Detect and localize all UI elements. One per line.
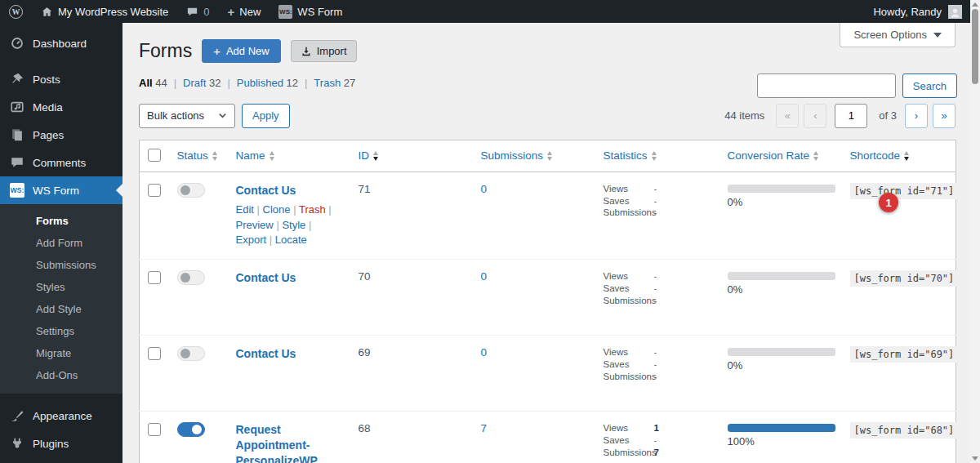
comments-icon — [10, 155, 24, 170]
submissions-count-link[interactable]: 0 — [481, 270, 488, 283]
scrollbar-thumb[interactable] — [972, 9, 978, 84]
filter-published[interactable]: Published 12 — [237, 77, 298, 89]
conversion-rate-bar — [728, 348, 835, 356]
submissions-count-link[interactable]: 7 — [481, 422, 488, 434]
row-checkbox[interactable] — [148, 271, 161, 284]
sidebar-item-posts[interactable]: Posts — [0, 65, 122, 93]
status-toggle[interactable] — [177, 346, 205, 361]
sort-icon — [373, 151, 378, 161]
annotation-badge-1: 1 — [879, 193, 898, 212]
status-toggle[interactable] — [177, 422, 205, 437]
conversion-rate-value: 0% — [728, 359, 834, 372]
site-name-label: My WordPress Website — [58, 6, 168, 18]
prev-page-button[interactable]: ‹ — [804, 104, 826, 128]
scroll-up-arrow-icon[interactable] — [972, 2, 978, 7]
comments-shortcut[interactable]: 0 — [177, 0, 218, 23]
next-page-button[interactable]: › — [905, 104, 928, 128]
form-name-link[interactable]: Contact Us — [236, 183, 296, 198]
forms-table: Status Name ID Submissions Statistics Co… — [139, 140, 956, 463]
submenu-item-add-style[interactable]: Add Style — [0, 298, 122, 320]
account-menu[interactable]: Howdy, Randy — [873, 0, 980, 23]
filter-draft[interactable]: Draft 32 — [183, 77, 220, 89]
sidebar-item-pages[interactable]: Pages — [0, 121, 122, 149]
sidebar-item-appearance[interactable]: Appearance — [0, 402, 122, 430]
sidebar-item-comments[interactable]: Comments — [0, 149, 122, 176]
ws-form-adminbar-menu[interactable]: WS: WS Form — [270, 0, 351, 23]
column-header-submissions[interactable]: Submissions — [473, 140, 595, 171]
scrollbar[interactable] — [970, 0, 980, 463]
sidebar-item-users[interactable]: Users — [0, 457, 122, 463]
row-checkbox[interactable] — [148, 184, 161, 197]
export-action[interactable]: Export — [236, 234, 267, 246]
submenu-item-migrate[interactable]: Migrate — [0, 342, 122, 364]
screen-options-tab[interactable]: Screen Options — [840, 23, 956, 47]
select-all-checkbox[interactable] — [148, 149, 161, 162]
bulk-actions-select[interactable]: Bulk actions — [139, 104, 235, 128]
avatar — [948, 5, 962, 19]
apply-button[interactable]: Apply — [242, 104, 290, 128]
column-header-conversion-rate[interactable]: Conversion Rate — [719, 140, 842, 171]
trash-action[interactable]: Trash — [299, 203, 326, 216]
sidebar-item-label: Dashboard — [33, 38, 87, 50]
items-count: 44 items — [724, 109, 764, 122]
style-action[interactable]: Style — [282, 219, 305, 231]
column-header-status[interactable]: Status — [169, 140, 228, 171]
last-page-button[interactable]: » — [933, 104, 956, 128]
import-button[interactable]: Import — [291, 40, 357, 62]
sidebar-item-label: Posts — [33, 73, 60, 86]
ws-form-icon: WS: — [278, 5, 292, 19]
edit-action[interactable]: Edit — [236, 203, 254, 216]
comment-bubble-icon — [186, 6, 198, 18]
preview-action[interactable]: Preview — [236, 219, 274, 231]
site-name-link[interactable]: My WordPress Website — [32, 0, 177, 23]
column-header-name[interactable]: Name — [228, 140, 350, 171]
filter-all[interactable]: All 44 — [139, 77, 167, 89]
status-toggle[interactable] — [177, 183, 205, 198]
submissions-count-link[interactable]: 0 — [481, 183, 488, 195]
plus-icon: + — [228, 6, 235, 18]
statistics: Views- Saves- Submissions- — [604, 270, 711, 306]
submenu-item-add-form[interactable]: Add Form — [0, 232, 122, 254]
add-new-button[interactable]: + Add New — [202, 39, 281, 63]
wordpress-logo-menu[interactable]: W — [0, 0, 32, 23]
form-name-link[interactable]: Request Appointment-PersonalizeWP — [236, 422, 342, 463]
column-header-shortcode[interactable]: Shortcode — [842, 140, 956, 171]
locate-action[interactable]: Locate — [275, 234, 307, 246]
form-name-link[interactable]: Contact Us — [236, 346, 296, 362]
new-label: New — [239, 6, 261, 18]
sidebar-item-plugins[interactable]: Plugins — [0, 430, 122, 457]
new-content-menu[interactable]: + New — [219, 0, 270, 23]
submenu-item-settings[interactable]: Settings — [0, 320, 122, 342]
submenu-item-styles[interactable]: Styles — [0, 276, 122, 298]
status-toggle[interactable] — [177, 270, 205, 285]
sidebar-item-ws-form[interactable]: WS: WS Form — [0, 176, 122, 204]
sidebar-item-label: Comments — [33, 157, 86, 169]
form-name-link[interactable]: Contact Us — [236, 270, 296, 286]
clone-action[interactable]: Clone — [263, 203, 291, 216]
submissions-count-link[interactable]: 0 — [481, 346, 488, 358]
submenu-item-add-ons[interactable]: Add-Ons — [0, 364, 122, 386]
wordpress-logo-icon: W — [9, 5, 23, 19]
scroll-down-arrow-icon[interactable] — [972, 456, 978, 461]
first-page-button[interactable]: « — [776, 104, 799, 128]
filter-trash[interactable]: Trash 27 — [314, 77, 355, 89]
page-title: Forms — [139, 39, 192, 64]
search-button[interactable]: Search — [902, 73, 957, 98]
table-row: Contact Us Edit | Clone | Trash | Previe… — [140, 171, 956, 259]
sidebar-item-dashboard[interactable]: Dashboard — [0, 29, 122, 57]
row-checkbox[interactable] — [148, 423, 161, 436]
column-header-statistics[interactable]: Statistics — [595, 140, 719, 171]
column-header-id[interactable]: ID — [350, 140, 473, 171]
row-checkbox[interactable] — [148, 347, 161, 360]
ws-form-submenu: Forms Add Form Submissions Styles Add St… — [0, 204, 122, 394]
sort-icon — [212, 151, 217, 161]
sidebar-item-media[interactable]: Media — [0, 93, 122, 121]
conversion-rate-bar — [728, 272, 835, 280]
current-page-input[interactable] — [835, 104, 867, 128]
dashboard-icon — [10, 36, 24, 51]
submenu-item-forms[interactable]: Forms — [0, 210, 122, 232]
submenu-item-submissions[interactable]: Submissions — [0, 254, 122, 276]
search-input[interactable] — [757, 73, 896, 98]
sidebar-item-label: Pages — [33, 129, 64, 141]
plug-icon — [10, 436, 24, 451]
